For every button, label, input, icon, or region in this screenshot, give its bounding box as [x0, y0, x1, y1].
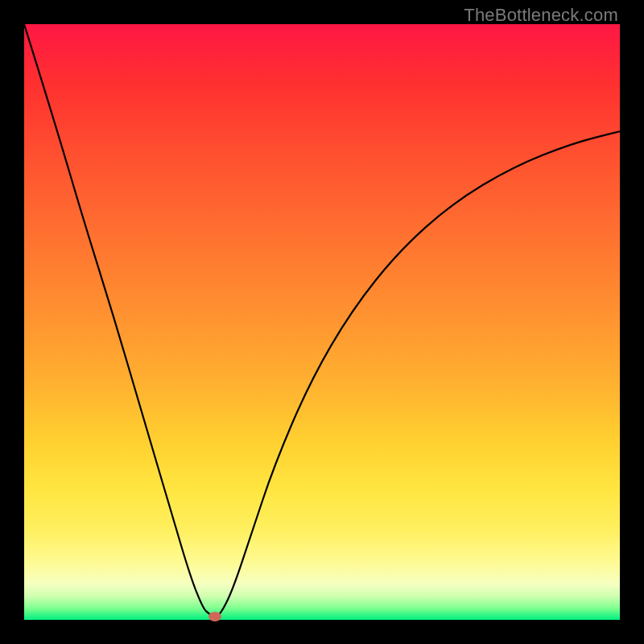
bottleneck-curve [24, 24, 620, 616]
optimal-point-marker [208, 612, 221, 621]
watermark-text: TheBottleneck.com [464, 5, 618, 26]
chart-container: TheBottleneck.com [0, 0, 644, 644]
curve-svg [24, 24, 620, 620]
